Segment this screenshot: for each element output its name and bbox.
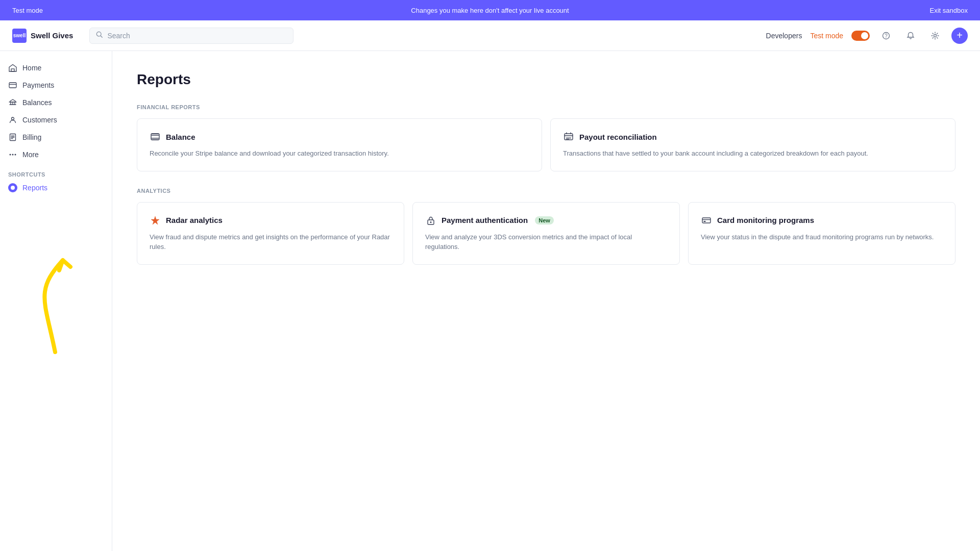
sidebar-item-customers[interactable]: Customers xyxy=(0,111,112,129)
svg-point-3 xyxy=(934,34,937,37)
payment-auth-desc: View and analyze your 3DS conversion met… xyxy=(425,232,667,252)
balance-card-header: Balance xyxy=(150,131,529,142)
balance-icon xyxy=(150,131,161,142)
sidebar-item-more[interactable]: More xyxy=(0,146,112,163)
radar-card[interactable]: Radar analytics View fraud and dispute m… xyxy=(137,202,404,265)
customers-icon xyxy=(8,115,17,124)
radar-card-header: Radar analytics xyxy=(150,215,391,226)
sidebar-label-more: More xyxy=(22,151,39,159)
more-icon xyxy=(8,150,17,159)
svg-marker-13 xyxy=(151,216,159,224)
svg-point-6 xyxy=(12,117,14,120)
sidebar-item-billing[interactable]: Billing xyxy=(0,129,112,146)
analytics-label: ANALYTICS xyxy=(137,188,955,194)
balance-card-title: Balance xyxy=(166,133,195,141)
svg-rect-4 xyxy=(11,69,14,71)
shortcuts-section-label: Shortcuts xyxy=(0,163,112,180)
financial-cards-grid: Balance Reconcile your Stripe balance an… xyxy=(137,118,955,171)
balance-card[interactable]: Balance Reconcile your Stripe balance an… xyxy=(137,118,542,171)
add-button[interactable]: + xyxy=(951,28,968,44)
svg-point-9 xyxy=(12,154,14,156)
card-monitoring-card[interactable]: Card monitoring programs View your statu… xyxy=(688,202,955,265)
balance-card-desc: Reconcile your Stripe balance and downlo… xyxy=(150,148,529,159)
reports-dot-inner xyxy=(11,186,15,190)
payout-card-header: Payout reconciliation xyxy=(563,131,943,142)
search-box[interactable]: Search xyxy=(89,28,293,44)
radar-icon xyxy=(150,215,161,226)
svg-text:?: ? xyxy=(885,33,888,39)
sidebar-label-payments: Payments xyxy=(22,81,54,89)
sidebar-label-reports: Reports xyxy=(22,184,47,192)
svg-rect-5 xyxy=(9,83,16,88)
financial-reports-label: FINANCIAL REPORTS xyxy=(137,104,955,110)
reports-dot xyxy=(8,183,17,192)
billing-icon xyxy=(8,133,17,142)
app-container: swell Swell Gives Search Developers Test… xyxy=(0,20,980,551)
card-monitoring-header: Card monitoring programs xyxy=(701,215,943,226)
sidebar-label-home: Home xyxy=(22,64,41,72)
test-mode-toggle[interactable] xyxy=(851,31,870,41)
payment-auth-title: Payment authentication xyxy=(442,216,528,224)
balances-icon xyxy=(8,98,17,107)
test-mode-nav-label: Test mode xyxy=(810,32,843,40)
card-monitoring-desc: View your status in the dispute and frau… xyxy=(701,232,943,242)
exit-sandbox-button[interactable]: Exit sandbox xyxy=(930,7,968,14)
sidebar-item-home[interactable]: Home xyxy=(0,59,112,77)
sidebar-label-customers: Customers xyxy=(22,116,57,124)
payments-icon xyxy=(8,81,17,90)
svg-rect-12 xyxy=(565,134,573,140)
lock-icon xyxy=(425,215,436,226)
sidebar-item-reports[interactable]: Reports xyxy=(0,180,112,196)
payout-icon xyxy=(563,131,574,142)
body: Home Payments Balances xyxy=(0,51,980,551)
svg-rect-17 xyxy=(704,221,706,222)
top-nav: swell Swell Gives Search Developers Test… xyxy=(0,20,980,51)
sidebar-label-balances: Balances xyxy=(22,98,52,107)
help-button[interactable]: ? xyxy=(878,28,894,44)
card-monitoring-icon xyxy=(701,215,712,226)
settings-button[interactable] xyxy=(927,28,943,44)
page-title: Reports xyxy=(137,71,955,88)
svg-rect-16 xyxy=(702,218,710,223)
main-content: Reports FINANCIAL REPORTS Balance xyxy=(112,51,980,551)
home-icon xyxy=(8,63,17,72)
radar-card-desc: View fraud and dispute metrics and get i… xyxy=(150,232,391,252)
svg-rect-11 xyxy=(151,134,159,140)
new-badge: New xyxy=(535,216,554,224)
sidebar: Home Payments Balances xyxy=(0,51,112,551)
payment-auth-header: Payment authentication New xyxy=(425,215,667,226)
search-placeholder: Search xyxy=(107,32,130,40)
banner-message: Changes you make here don't affect your … xyxy=(411,7,569,14)
payment-auth-card[interactable]: Payment authentication New View and anal… xyxy=(412,202,680,265)
brand-name: Swell Gives xyxy=(31,31,73,40)
payout-card[interactable]: Payout reconciliation Transactions that … xyxy=(550,118,955,171)
analytics-cards-grid: Radar analytics View fraud and dispute m… xyxy=(137,202,955,265)
card-monitoring-title: Card monitoring programs xyxy=(717,216,814,224)
nav-right: Developers Test mode ? xyxy=(766,28,968,44)
sidebar-label-billing: Billing xyxy=(22,133,41,141)
brand: swell Swell Gives xyxy=(12,29,73,43)
brand-logo: swell xyxy=(12,29,27,43)
notifications-button[interactable] xyxy=(902,28,919,44)
payout-card-title: Payout reconciliation xyxy=(579,133,657,141)
test-banner: Test mode Changes you make here don't af… xyxy=(0,0,980,20)
radar-card-title: Radar analytics xyxy=(166,216,223,224)
developers-link[interactable]: Developers xyxy=(766,32,802,40)
svg-point-10 xyxy=(15,154,16,156)
sidebar-item-balances[interactable]: Balances xyxy=(0,94,112,111)
sidebar-item-payments[interactable]: Payments xyxy=(0,77,112,94)
svg-point-15 xyxy=(430,221,432,223)
payout-card-desc: Transactions that have settled to your b… xyxy=(563,148,943,159)
test-mode-label: Test mode xyxy=(12,7,43,14)
svg-point-8 xyxy=(10,154,11,156)
search-icon xyxy=(96,31,103,40)
